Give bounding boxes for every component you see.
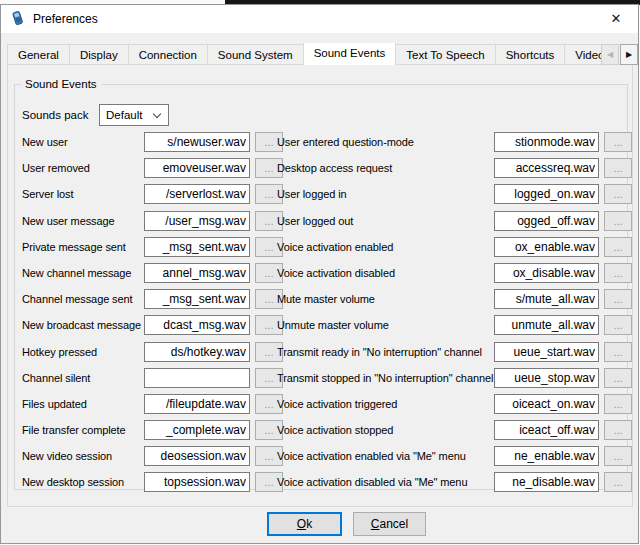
sound-event-row: New user ...	[22, 130, 290, 156]
browse-button[interactable]: ...	[604, 289, 632, 309]
arrow-left-icon: ◀	[607, 50, 613, 59]
ok-button[interactable]: Ok	[267, 512, 342, 536]
sound-file-input[interactable]	[144, 132, 250, 152]
sound-event-label: Desktop access request	[277, 156, 392, 182]
browse-button[interactable]: ...	[604, 184, 632, 204]
sound-file-input[interactable]	[494, 472, 599, 492]
sound-file-input[interactable]	[144, 237, 250, 257]
sound-file-input[interactable]	[494, 289, 599, 309]
sound-event-row: Channel silent ...	[22, 366, 290, 392]
browse-button[interactable]: ...	[604, 394, 632, 414]
sounds-pack-value: Default	[106, 109, 142, 121]
tab-scroll-right-button[interactable]: ▶	[620, 44, 638, 65]
sound-file-input[interactable]	[144, 158, 250, 178]
sound-event-label: Voice activation triggered	[277, 392, 397, 418]
sound-event-label: Transmit ready in "No interruption" chan…	[277, 340, 482, 366]
sound-event-row: Transmit stopped in "No interruption" ch…	[277, 366, 625, 392]
tab-text-to-speech[interactable]: Text To Speech	[396, 44, 495, 65]
sound-file-input[interactable]	[144, 289, 250, 309]
sound-event-label: Voice activation disabled via "Me" menu	[277, 470, 467, 496]
sound-file-input[interactable]	[494, 446, 599, 466]
sound-event-label: User entered question-mode	[277, 130, 414, 156]
sound-file-input[interactable]	[144, 472, 250, 492]
sound-event-row: Voice activation enabled ...	[277, 235, 625, 261]
browse-button[interactable]: ...	[604, 342, 632, 362]
sound-file-input[interactable]	[494, 394, 599, 414]
sound-event-row: Unmute master volume ...	[277, 313, 625, 339]
browse-button[interactable]: ...	[604, 263, 632, 283]
tab-shortcuts[interactable]: Shortcuts	[496, 44, 566, 65]
sound-event-row: Voice activation enabled via "Me" menu .…	[277, 444, 625, 470]
sound-file-input[interactable]	[494, 420, 599, 440]
sound-file-input[interactable]	[494, 132, 599, 152]
sound-file-input[interactable]	[494, 211, 599, 231]
sound-event-label: Channel silent	[22, 366, 90, 392]
browse-button[interactable]: ...	[604, 158, 632, 178]
tab-content-pane: Sound Events Sounds pack Default New use…	[7, 64, 633, 507]
sound-event-label: Files updated	[22, 392, 87, 418]
sound-event-row: Channel message sent ...	[22, 287, 290, 313]
sound-event-label: Voice activation stopped	[277, 418, 393, 444]
sound-file-input[interactable]	[144, 394, 250, 414]
sound-event-row: New broadcast message ...	[22, 313, 290, 339]
ok-button-label: Ok	[269, 517, 340, 531]
sound-event-row: User removed ...	[22, 156, 290, 182]
sound-file-input[interactable]	[494, 184, 599, 204]
sound-event-row: New video session ...	[22, 444, 290, 470]
sound-event-row: Private message sent ...	[22, 235, 290, 261]
sound-event-label: New desktop session	[22, 470, 124, 496]
close-icon[interactable]: ✕	[607, 10, 625, 28]
sound-file-input[interactable]	[144, 368, 250, 388]
sound-file-input[interactable]	[144, 211, 250, 231]
sound-file-input[interactable]	[144, 420, 250, 440]
sound-event-label: New broadcast message	[22, 313, 141, 339]
sound-file-input[interactable]	[144, 263, 250, 283]
app-icon	[10, 10, 26, 26]
sound-file-input[interactable]	[144, 446, 250, 466]
browse-button[interactable]: ...	[604, 132, 632, 152]
sound-file-input[interactable]	[494, 237, 599, 257]
tab-sound-system[interactable]: Sound System	[208, 44, 304, 65]
sound-event-label: Unmute master volume	[277, 313, 389, 339]
sound-event-label: New channel message	[22, 261, 131, 287]
browse-button[interactable]: ...	[604, 237, 632, 257]
window-title: Preferences	[33, 12, 98, 26]
sound-event-label: New video session	[22, 444, 112, 470]
tab-scroll-left-button[interactable]: ◀	[601, 44, 619, 65]
sound-event-label: Voice activation enabled	[277, 235, 393, 261]
sound-event-row: Voice activation triggered ...	[277, 392, 625, 418]
sound-event-label: User removed	[22, 156, 90, 182]
sound-file-input[interactable]	[144, 184, 250, 204]
browse-button[interactable]: ...	[604, 315, 632, 335]
sound-event-row: Server lost ...	[22, 182, 290, 208]
sound-event-label: New user	[22, 130, 68, 156]
group-title: Sound Events	[21, 78, 101, 90]
browse-button[interactable]: ...	[604, 368, 632, 388]
cancel-button-label: Cancel	[354, 517, 425, 531]
sound-event-row: New channel message ...	[22, 261, 290, 287]
sound-file-input[interactable]	[494, 342, 599, 362]
tab-connection[interactable]: Connection	[129, 44, 208, 65]
browse-button[interactable]: ...	[604, 446, 632, 466]
tab-sound-events[interactable]: Sound Events	[303, 43, 397, 65]
tab-general[interactable]: General	[7, 44, 70, 65]
browse-button[interactable]: ...	[604, 211, 632, 231]
sound-event-label: Channel message sent	[22, 287, 133, 313]
sound-event-row: User logged in ...	[277, 182, 625, 208]
sound-file-input[interactable]	[494, 315, 599, 335]
sound-event-row: User logged out ...	[277, 209, 625, 235]
sound-event-row: User entered question-mode ...	[277, 130, 625, 156]
sound-event-label: Private message sent	[22, 235, 126, 261]
sounds-pack-select[interactable]: Default	[99, 104, 169, 126]
cancel-button[interactable]: Cancel	[353, 512, 426, 536]
tab-display[interactable]: Display	[70, 44, 129, 65]
sound-file-input[interactable]	[144, 342, 250, 362]
sound-event-label: Hotkey pressed	[22, 340, 97, 366]
sound-file-input[interactable]	[494, 158, 599, 178]
browse-button[interactable]: ...	[604, 420, 632, 440]
sound-file-input[interactable]	[144, 315, 250, 335]
browse-button[interactable]: ...	[604, 472, 632, 492]
sound-file-input[interactable]	[494, 368, 599, 388]
sound-file-input[interactable]	[494, 263, 599, 283]
sound-event-row: Files updated ...	[22, 392, 290, 418]
